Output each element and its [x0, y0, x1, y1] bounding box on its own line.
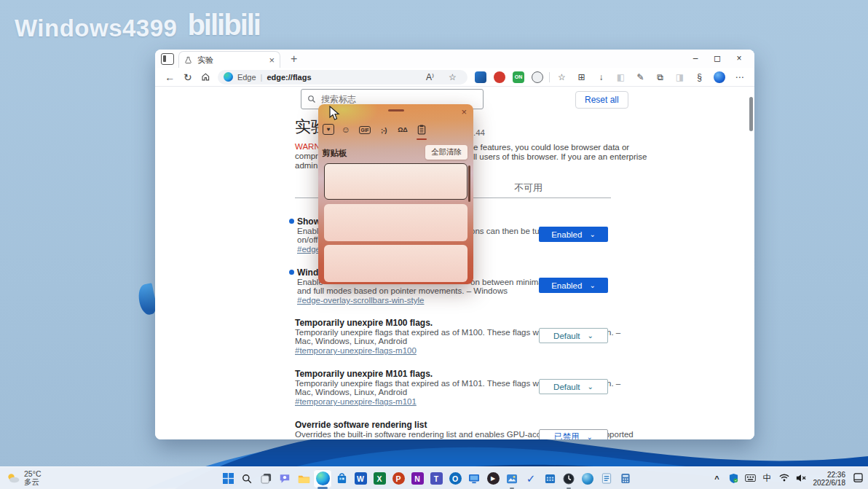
gif-tab-icon[interactable]: GIF — [358, 122, 372, 138]
notification-center-icon[interactable] — [851, 473, 865, 484]
notepad-app-button[interactable] — [597, 469, 616, 488]
disabled-tool-icon: ◧ — [612, 72, 630, 82]
symbols-tab-icon[interactable]: ΩΔ — [395, 122, 410, 138]
kaomoji-tab-icon[interactable]: ;-) — [376, 122, 391, 138]
clipboard-flyout: × ♥ ☺ GIF ;-) ΩΔ 剪贴板 全部清除 — [318, 104, 473, 284]
clipboard-item[interactable] — [324, 245, 467, 282]
calculator-app-button[interactable] — [616, 469, 635, 488]
extension-gray-icon[interactable] — [532, 71, 543, 83]
flag-select[interactable]: Enabled ⌄ — [539, 227, 608, 242]
powerpoint-button[interactable]: P — [389, 469, 408, 488]
mouse-cursor — [329, 106, 340, 121]
taskbar-search-button[interactable] — [237, 469, 256, 488]
flag-link[interactable]: #temporary-unexpire-flags-m101 — [295, 397, 417, 406]
tray-clock[interactable]: 22:36 2022/6/18 — [813, 471, 846, 487]
excel-button[interactable]: X — [370, 469, 389, 488]
wifi-icon[interactable] — [777, 474, 792, 483]
store-button[interactable] — [332, 469, 351, 488]
warning-fragment: compr — [295, 152, 318, 160]
flag-link[interactable]: #edge-overlay-scrollbars-win-style — [297, 296, 424, 305]
edge-logo-icon — [224, 72, 233, 82]
address-bar[interactable]: Edge | edge://flags A⁾ ☆ — [218, 70, 467, 85]
home-icon[interactable] — [197, 72, 215, 82]
ime-indicator[interactable]: 中 — [760, 472, 775, 485]
warning-text: e features, you could lose browser data … — [473, 143, 629, 152]
clipboard-item[interactable] — [324, 204, 467, 241]
panel-drag-handle[interactable] — [388, 109, 404, 112]
antivirus-shield-icon[interactable] — [727, 473, 741, 485]
extension-adblock-icon[interactable] — [494, 71, 505, 83]
downloads-icon[interactable]: ↓ — [592, 72, 610, 82]
flag-select[interactable]: Default ⌄ — [539, 379, 608, 394]
search-input[interactable] — [321, 94, 452, 104]
media-player-button[interactable]: ▶ — [484, 469, 502, 488]
remote-desktop-button[interactable] — [465, 469, 484, 488]
photos-button[interactable] — [502, 469, 521, 488]
teams-button[interactable]: T — [427, 469, 446, 488]
flag-select[interactable]: Default ⌄ — [539, 328, 608, 343]
extension-blue-icon[interactable] — [475, 71, 486, 83]
word-icon: W — [355, 472, 367, 485]
settings-more-icon[interactable]: ⋯ — [730, 72, 749, 82]
recent-clips-icon[interactable]: ♥ — [323, 124, 334, 135]
flag-title: Temporarily unexpire M101 flags. — [295, 369, 433, 379]
calendar-app-button[interactable] — [540, 469, 559, 488]
clear-all-button[interactable]: 全部清除 — [425, 145, 467, 160]
panel-scrollbar-thumb[interactable] — [468, 165, 470, 202]
volume-muted-icon[interactable] — [794, 474, 808, 484]
calculator-icon — [620, 473, 631, 484]
web-capture-icon[interactable]: ✎ — [631, 72, 650, 82]
flag-enabled-dot — [289, 219, 294, 224]
clock-app-button[interactable] — [559, 469, 578, 488]
favorite-star-icon[interactable]: ☆ — [443, 72, 462, 82]
flag-link[interactable]: #temporary-unexpire-flags-m100 — [295, 346, 417, 355]
read-aloud-icon[interactable]: A⁾ — [421, 72, 439, 82]
tab-actions-menu-icon[interactable] — [161, 53, 174, 65]
tray-date: 2022/6/18 — [813, 479, 846, 487]
new-tab-button[interactable]: + — [291, 52, 297, 66]
emoji-tab-icon[interactable]: ☺ — [339, 122, 353, 138]
outlook-icon: O — [449, 472, 462, 485]
start-button[interactable] — [218, 469, 237, 488]
collections-icon[interactable]: ⊞ — [572, 72, 591, 82]
page-scrollbar-thumb[interactable] — [749, 97, 753, 131]
panel-header: 剪贴板 — [322, 148, 347, 159]
touch-keyboard-icon[interactable] — [743, 474, 758, 483]
refresh-icon[interactable]: ↻ — [179, 71, 197, 83]
word-button[interactable]: W — [351, 469, 370, 488]
address-url: edge://flags — [267, 73, 417, 82]
flag-enabled-dot — [289, 270, 294, 275]
outlook-button[interactable]: O — [446, 469, 465, 488]
flag-select-value: Default — [553, 332, 580, 340]
browser-app-button[interactable] — [578, 469, 597, 488]
favorites-bar-icon[interactable]: ☆ — [553, 72, 571, 82]
tray-chevron-icon[interactable]: ^ — [710, 474, 725, 483]
flag-select[interactable]: Enabled ⌄ — [539, 278, 608, 293]
edge-taskbar-button[interactable] — [313, 469, 332, 488]
onenote-button[interactable]: N — [408, 469, 427, 488]
file-explorer-button[interactable] — [294, 469, 313, 488]
clipboard-tab-icon[interactable] — [414, 122, 429, 138]
maximize-button[interactable]: ◻ — [706, 50, 728, 67]
extension-switch-on-icon[interactable]: ON — [513, 71, 524, 83]
panel-close-icon[interactable]: × — [459, 105, 468, 119]
taskbar-icons: W X P N T O ▶ ✓ — [218, 467, 635, 489]
browser-tools-icon[interactable]: § — [690, 72, 709, 82]
search-icon — [307, 95, 316, 103]
task-view-button[interactable] — [256, 469, 275, 488]
reset-all-button[interactable]: Reset all — [575, 91, 628, 109]
profile-avatar[interactable] — [714, 71, 725, 83]
tab-close-icon[interactable]: × — [269, 55, 275, 66]
flag-select[interactable]: 已禁用 ⌄ — [539, 429, 608, 439]
chat-icon — [279, 473, 291, 484]
browser-tab-flags[interactable]: 实验 × — [178, 51, 280, 68]
split-screen-icon[interactable]: ⧉ — [651, 72, 669, 82]
close-button[interactable]: × — [728, 50, 750, 67]
todo-button[interactable]: ✓ — [521, 469, 540, 488]
clipboard-item[interactable] — [324, 163, 467, 200]
chat-button[interactable] — [275, 469, 294, 488]
minimize-button[interactable]: – — [684, 50, 706, 67]
weather-widget[interactable]: 25°C 多云 — [6, 470, 41, 486]
back-icon[interactable]: ← — [161, 71, 179, 83]
tab-unavailable[interactable]: 不可用 — [514, 181, 542, 195]
